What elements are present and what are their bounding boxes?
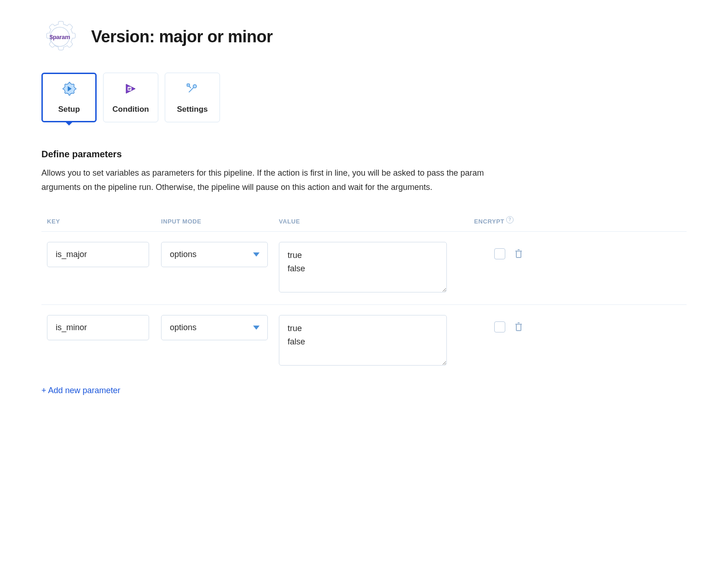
svg-text:IF: IF	[128, 87, 131, 91]
settings-tools-icon	[185, 81, 200, 97]
value-textarea[interactable]	[279, 242, 447, 292]
column-header-input-mode: INPUT MODE	[161, 218, 279, 225]
column-header-key: KEY	[47, 218, 161, 225]
value-textarea[interactable]	[279, 315, 447, 366]
svg-rect-6	[187, 84, 189, 86]
section-description: Allows you to set variables as parameter…	[41, 166, 525, 194]
svg-point-5	[193, 85, 196, 88]
add-parameter-link[interactable]: + Add new parameter	[41, 386, 121, 395]
tab-setup[interactable]: Setup	[41, 73, 97, 122]
tabs: Setup IF Condition Settings	[41, 73, 687, 122]
encrypt-checkbox[interactable]	[494, 248, 505, 259]
delete-row-button[interactable]	[514, 321, 524, 332]
tab-label: Condition	[112, 105, 149, 114]
tab-label: Settings	[177, 105, 208, 114]
key-input[interactable]	[47, 315, 149, 340]
table-row	[41, 232, 687, 305]
input-mode-select[interactable]	[161, 315, 268, 340]
encrypt-checkbox[interactable]	[494, 321, 505, 332]
tab-condition[interactable]: IF Condition	[103, 73, 158, 122]
tab-label: Setup	[58, 105, 80, 114]
column-header-encrypt: ENCRYPT ?	[463, 218, 514, 225]
key-input[interactable]	[47, 242, 149, 267]
tab-settings[interactable]: Settings	[165, 73, 220, 122]
param-gear-icon: $param	[41, 18, 78, 55]
column-header-value: VALUE	[279, 218, 463, 225]
setup-gear-play-icon	[61, 81, 77, 97]
parameters-table: KEY INPUT MODE VALUE ENCRYPT ?	[41, 218, 687, 378]
section-title: Define parameters	[41, 149, 687, 160]
help-icon[interactable]: ?	[506, 216, 514, 223]
page-title: Version: major or minor	[91, 27, 273, 46]
table-row	[41, 305, 687, 378]
delete-row-button[interactable]	[514, 248, 524, 258]
param-badge-text: $param	[50, 34, 70, 40]
input-mode-select[interactable]	[161, 242, 268, 267]
condition-play-if-icon: IF	[123, 81, 139, 97]
